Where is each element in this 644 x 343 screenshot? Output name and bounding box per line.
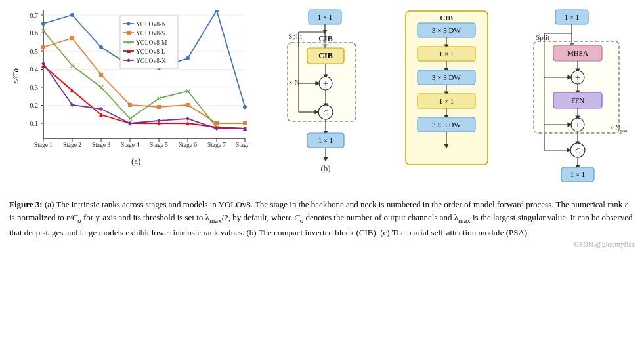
svg-text:Stage 4: Stage 4 <box>121 142 139 148</box>
svg-point-40 <box>41 22 45 26</box>
svg-text:CIB: CIB <box>318 34 332 43</box>
svg-text:1 × 1: 1 × 1 <box>565 13 580 21</box>
svg-text:✕: ✕ <box>127 39 132 46</box>
svg-text:3 × 3 DW: 3 × 3 DW <box>432 26 461 34</box>
svg-point-41 <box>70 13 74 17</box>
svg-text:+: + <box>323 79 328 89</box>
svg-text:0.6: 0.6 <box>30 30 39 37</box>
diagram-b-inner-section: CIB 3 × 3 DW 1 × 1 3 × 3 DW 1 × 1 <box>387 5 506 189</box>
svg-text:MHSA: MHSA <box>567 49 588 57</box>
caption-figure-label: Figure 3: <box>9 199 43 209</box>
svg-text:CIB: CIB <box>318 51 332 60</box>
svg-marker-74 <box>99 107 103 111</box>
diagram-c-section: 1 × 1 Split MHSA + <box>506 5 637 189</box>
chart-svg: 0.7 0.6 0.5 0.4 0.3 0.2 <box>25 10 248 160</box>
svg-text:1 × 1: 1 × 1 <box>439 97 454 105</box>
svg-text:YOLOv8-M: YOLOv8-M <box>136 39 167 46</box>
diagram-c-svg: 1 × 1 Split MHSA + <box>506 9 637 184</box>
svg-rect-51 <box>128 103 132 107</box>
svg-text:✕: ✕ <box>70 62 75 70</box>
svg-text:FFN: FFN <box>571 96 584 104</box>
svg-text:Stage 6: Stage 6 <box>179 142 197 148</box>
chart-section: r/Co 0.7 0.6 0.5 <box>7 5 263 189</box>
svg-marker-76 <box>157 119 161 123</box>
svg-text:Stage 7: Stage 7 <box>207 142 226 148</box>
svg-text:Stage 5: Stage 5 <box>150 142 168 148</box>
watermark: CSDN @gloomyfish <box>9 240 635 248</box>
svg-point-45 <box>186 56 190 60</box>
svg-rect-49 <box>70 36 74 40</box>
svg-text:+: + <box>575 73 580 83</box>
y-axis-label: r/Co <box>11 68 21 84</box>
svg-text:Stage 1: Stage 1 <box>34 142 53 148</box>
svg-rect-85 <box>127 31 131 35</box>
svg-text:1 × 1: 1 × 1 <box>570 171 586 178</box>
figure-caption: Figure 3: (a) The intrinsic ranks across… <box>9 198 635 239</box>
svg-marker-77 <box>186 117 190 121</box>
svg-text:C: C <box>575 146 581 155</box>
svg-text:1 × 1: 1 × 1 <box>318 13 333 21</box>
diagram-b-section: 1 × 1 Split CIB × N <box>263 5 387 189</box>
svg-text:0.5: 0.5 <box>30 48 39 55</box>
svg-text:Split: Split <box>288 32 302 40</box>
main-container: r/Co 0.7 0.6 0.5 <box>0 0 644 343</box>
svg-text:1 × 1: 1 × 1 <box>439 50 454 58</box>
figures-row: r/Co 0.7 0.6 0.5 <box>7 5 637 195</box>
svg-text:YOLOv8-S: YOLOv8-S <box>136 30 165 37</box>
svg-text:0.3: 0.3 <box>30 84 39 91</box>
svg-text:3 × 3 DW: 3 × 3 DW <box>432 73 461 81</box>
svg-text:0.7: 0.7 <box>30 12 39 19</box>
svg-text:✕: ✕ <box>98 83 104 91</box>
svg-rect-48 <box>41 45 45 49</box>
svg-rect-52 <box>157 105 161 109</box>
svg-text:✕: ✕ <box>127 115 133 123</box>
svg-text:YOLOv8-X: YOLOv8-X <box>136 58 166 64</box>
svg-text:Stage 8: Stage 8 <box>236 142 248 148</box>
svg-text:psa: psa <box>620 128 628 134</box>
svg-text:✕: ✕ <box>156 94 162 102</box>
svg-text:× N: × N <box>289 78 300 86</box>
svg-text:CIB: CIB <box>440 14 453 22</box>
svg-text:+: + <box>575 120 580 130</box>
svg-text:YOLOv8-L: YOLOv8-L <box>136 49 165 55</box>
svg-text:(b): (b) <box>320 163 330 173</box>
svg-text:YOLOv8-N: YOLOv8-N <box>136 21 166 28</box>
svg-rect-53 <box>186 103 190 107</box>
caption-text: (a) The intrinsic ranks across stages an… <box>9 199 632 237</box>
svg-text:3 × 3 DW: 3 × 3 DW <box>432 121 461 129</box>
svg-text:✕: ✕ <box>185 87 191 95</box>
svg-text:Stage 2: Stage 2 <box>63 142 81 148</box>
svg-text:C: C <box>323 108 329 117</box>
svg-text:× N: × N <box>610 124 620 131</box>
svg-point-42 <box>99 45 103 49</box>
diagram-b-svg: 1 × 1 Split CIB × N <box>263 9 387 184</box>
svg-text:0.2: 0.2 <box>30 102 39 109</box>
svg-text:Split: Split <box>536 33 549 41</box>
caption-block: Figure 3: (a) The intrinsic ranks across… <box>7 198 637 248</box>
svg-point-47 <box>243 105 247 109</box>
chart-label-a: (a) <box>131 156 140 167</box>
svg-text:Stage 3: Stage 3 <box>92 142 110 148</box>
svg-point-82 <box>127 22 131 26</box>
svg-text:1 × 1: 1 × 1 <box>318 136 333 144</box>
diagram-b-inner-svg: CIB 3 × 3 DW 1 × 1 3 × 3 DW 1 × 1 <box>399 9 494 184</box>
svg-text:0.1: 0.1 <box>30 120 39 127</box>
svg-text:0.4: 0.4 <box>30 66 39 73</box>
svg-rect-50 <box>99 73 103 77</box>
svg-text:✕: ✕ <box>41 27 47 35</box>
